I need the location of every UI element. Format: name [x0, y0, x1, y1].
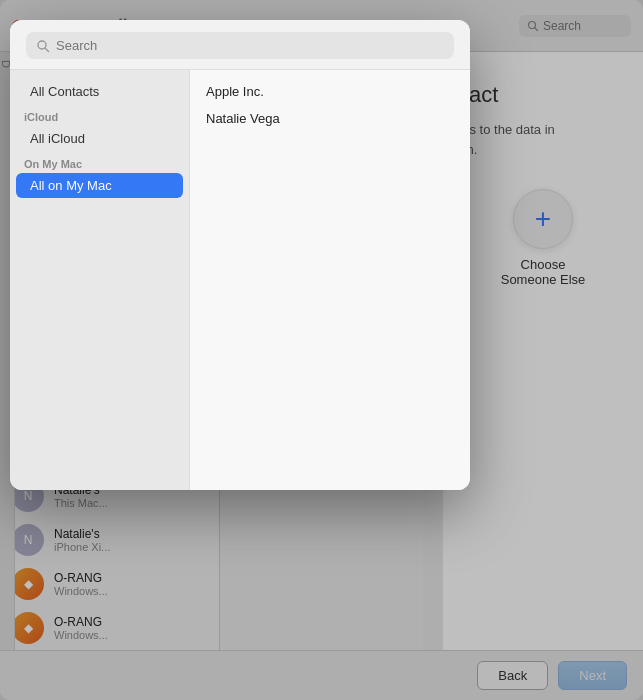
modal-search-inner[interactable] — [26, 32, 454, 59]
contact-picker-modal: All Contacts iCloud All iCloud On My Mac… — [10, 20, 470, 490]
contact-item-apple-inc[interactable]: Apple Inc. — [190, 78, 470, 105]
svg-line-3 — [45, 48, 49, 52]
sidebar-group-on-my-mac: On My Mac — [10, 152, 189, 172]
sidebar-item-all-contacts[interactable]: All Contacts — [16, 79, 183, 104]
modal-body: All Contacts iCloud All iCloud On My Mac… — [10, 70, 470, 490]
modal-sidebar: All Contacts iCloud All iCloud On My Mac… — [10, 70, 190, 490]
modal-search-bar — [10, 20, 470, 70]
contact-item-natalie-vega[interactable]: Natalie Vega — [190, 105, 470, 132]
sidebar-item-all-icloud[interactable]: All iCloud — [16, 126, 183, 151]
modal-search-input[interactable] — [56, 38, 444, 53]
modal-overlay: All Contacts iCloud All iCloud On My Mac… — [0, 0, 643, 700]
sidebar-item-all-on-my-mac[interactable]: All on My Mac — [16, 173, 183, 198]
search-icon — [36, 39, 50, 53]
modal-contact-list: Apple Inc. Natalie Vega — [190, 70, 470, 490]
sidebar-group-icloud: iCloud — [10, 105, 189, 125]
